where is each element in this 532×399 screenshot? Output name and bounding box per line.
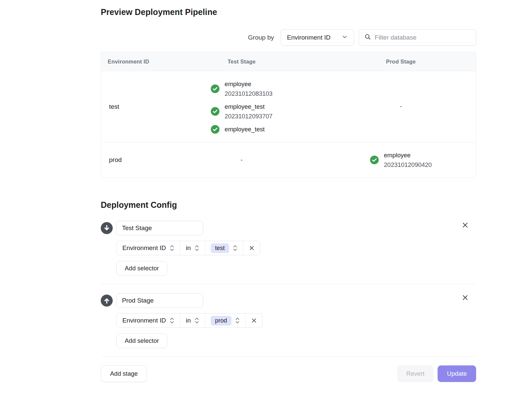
database-name: employee_test xyxy=(225,102,273,111)
selector-value-badge: prod xyxy=(211,316,231,326)
chevron-updown-icon xyxy=(170,244,174,252)
test-stage-cell: - xyxy=(157,142,326,178)
close-icon xyxy=(461,221,469,229)
chevron-updown-icon xyxy=(195,317,199,324)
selector-field-value: Environment ID xyxy=(122,317,166,324)
selector-operator-dropdown[interactable]: in xyxy=(180,314,205,328)
database-name: employee xyxy=(225,79,273,89)
pipeline-table: Environment ID Test Stage Prod Stage tes… xyxy=(101,52,476,178)
selector-row: Environment ID in prod xyxy=(116,313,263,328)
search-input[interactable] xyxy=(375,34,470,41)
deployment-list: employee 20231012083103 employee_test 20… xyxy=(211,79,273,134)
add-selector-button[interactable]: Add selector xyxy=(116,261,167,276)
revert-button[interactable]: Revert xyxy=(397,365,434,382)
deployment-text: employee 20231012083103 xyxy=(225,79,273,98)
selector-operator-dropdown[interactable]: in xyxy=(180,241,205,255)
page-title: Preview Deployment Pipeline xyxy=(101,7,476,17)
chevron-updown-icon xyxy=(170,317,174,324)
remove-selector-button[interactable] xyxy=(243,241,260,255)
stage-head xyxy=(101,293,476,308)
empty-placeholder: - xyxy=(241,157,243,164)
chevron-updown-icon xyxy=(233,244,237,252)
success-check-icon xyxy=(211,84,219,93)
success-check-icon xyxy=(370,156,379,164)
remove-stage-button[interactable] xyxy=(461,221,469,229)
deployment-version: 20231012093707 xyxy=(225,111,273,121)
group-by-selected-value: Environment ID xyxy=(287,34,331,41)
deployment-config-heading: Deployment Config xyxy=(101,200,476,210)
stage-name-input[interactable] xyxy=(116,221,203,235)
group-by-label: Group by xyxy=(248,34,274,41)
table-header: Environment ID Test Stage Prod Stage xyxy=(101,52,476,71)
remove-stage-button[interactable] xyxy=(461,293,469,302)
success-check-icon xyxy=(211,107,219,116)
stage-name-input[interactable] xyxy=(116,293,203,308)
database-name: employee xyxy=(384,150,432,160)
page: Preview Deployment Pipeline Group by Env… xyxy=(0,0,532,399)
table-row: test employee 20231012083103 xyxy=(101,71,476,142)
deployment-list: employee 20231012090420 xyxy=(370,150,432,170)
chevron-updown-icon xyxy=(235,317,240,324)
deployment-item: employee_test 20231012093707 xyxy=(211,102,273,121)
chevron-updown-icon xyxy=(195,244,199,252)
arrow-up-circle-icon xyxy=(101,295,113,307)
environment-id-cell: test xyxy=(101,71,157,142)
deployment-item: employee 20231012083103 xyxy=(211,79,273,98)
update-button[interactable]: Update xyxy=(438,365,476,382)
close-icon xyxy=(461,294,469,302)
deployment-item: employee_test xyxy=(211,124,265,134)
add-selector-button[interactable]: Add selector xyxy=(116,333,167,348)
table-row: prod - employee 20231012090420 xyxy=(101,142,476,178)
remove-selector-button[interactable] xyxy=(245,314,262,328)
column-header-prod-stage: Prod Stage xyxy=(326,59,476,65)
stage-section-test: Environment ID in test Add selector xyxy=(101,221,476,276)
add-stage-button[interactable]: Add stage xyxy=(101,365,147,382)
selector-operator-value: in xyxy=(186,317,191,324)
deployment-item: employee 20231012090420 xyxy=(370,150,432,170)
arrow-down-circle-icon xyxy=(101,222,113,234)
group-by-select[interactable]: Environment ID xyxy=(281,29,354,46)
stage-section-prod: Environment ID in prod Add selector xyxy=(101,284,476,348)
close-icon xyxy=(248,245,255,251)
selector-value-dropdown[interactable]: test xyxy=(205,241,243,255)
environment-id-cell: prod xyxy=(101,142,157,178)
close-icon xyxy=(251,317,257,324)
selector-field-value: Environment ID xyxy=(122,244,166,252)
column-header-environment-id: Environment ID xyxy=(101,59,157,65)
section-divider xyxy=(101,356,476,357)
deployment-version: 20231012083103 xyxy=(225,89,273,98)
main-content: Preview Deployment Pipeline Group by Env… xyxy=(101,0,476,399)
filter-database-search xyxy=(359,29,476,46)
empty-placeholder: - xyxy=(400,103,402,110)
deployment-text: employee_test xyxy=(225,124,265,134)
selector-operator-value: in xyxy=(186,244,191,252)
chevron-down-icon xyxy=(342,34,348,42)
search-icon xyxy=(364,34,371,42)
deployment-text: employee 20231012090420 xyxy=(384,150,432,170)
test-stage-cell: employee 20231012083103 employee_test 20… xyxy=(157,71,326,142)
prod-stage-cell: - xyxy=(326,71,476,142)
deployment-version: 20231012090420 xyxy=(384,160,432,170)
selector-value-badge: test xyxy=(211,243,229,253)
selector-field-dropdown[interactable]: Environment ID xyxy=(117,314,180,328)
footer-actions: Add stage Revert Update xyxy=(101,365,476,382)
deployment-text: employee_test 20231012093707 xyxy=(225,102,273,121)
selector-row: Environment ID in test xyxy=(116,241,260,255)
selector-value-dropdown[interactable]: prod xyxy=(205,314,245,328)
success-check-icon xyxy=(211,125,219,134)
footer-right-actions: Revert Update xyxy=(397,365,476,382)
database-name: employee_test xyxy=(225,124,265,134)
toolbar: Group by Environment ID xyxy=(101,29,476,46)
selector-field-dropdown[interactable]: Environment ID xyxy=(117,241,180,255)
prod-stage-cell: employee 20231012090420 xyxy=(326,142,476,178)
stage-head xyxy=(101,221,476,235)
column-header-test-stage: Test Stage xyxy=(157,59,326,65)
